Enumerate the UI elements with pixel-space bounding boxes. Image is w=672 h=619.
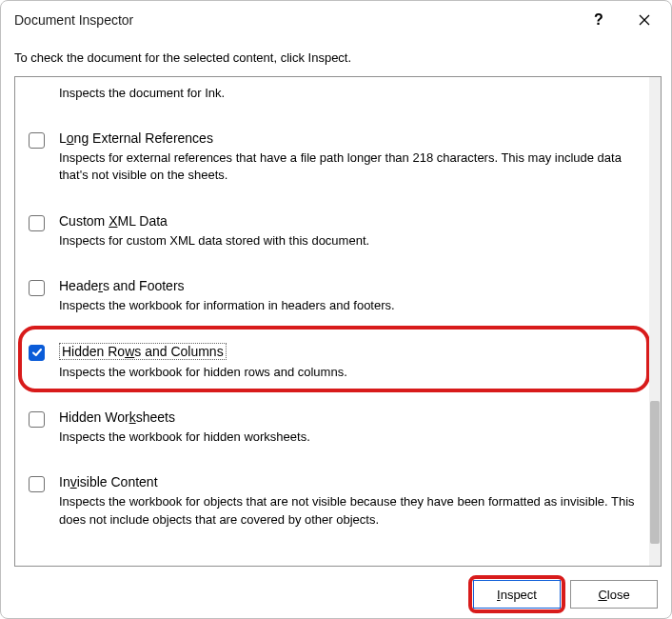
options-panel: Inspects the document for Ink. Long Exte…	[14, 76, 662, 567]
close-icon	[639, 14, 650, 26]
option-invisible-content-title: Invisible Content	[59, 474, 640, 489]
option-hidden-worksheets: Hidden Worksheets Inspects the workbook …	[15, 398, 649, 463]
document-inspector-dialog: Document Inspector ? To check the docume…	[0, 0, 672, 619]
options-list: Inspects the document for Ink. Long Exte…	[15, 77, 661, 566]
checkbox-invisible-content[interactable]	[29, 476, 45, 492]
close-window-button[interactable]	[629, 7, 660, 33]
scrollbar[interactable]	[649, 77, 661, 566]
inspect-button[interactable]: Inspect	[473, 580, 561, 609]
scrollbar-thumb[interactable]	[650, 401, 660, 544]
option-invisible-content-desc: Inspects the workbook for objects that a…	[59, 493, 640, 528]
option-invisible-content: Invisible Content Inspects the workbook …	[15, 463, 649, 545]
title-bar: Document Inspector ?	[1, 1, 671, 39]
checkmark-icon	[31, 347, 43, 358]
help-button[interactable]: ?	[583, 7, 614, 33]
option-hidden-worksheets-title: Hidden Worksheets	[59, 409, 640, 425]
dialog-content: To check the document for the selected c…	[1, 39, 671, 618]
option-custom-xml-data-title: Custom XML Data	[59, 213, 640, 229]
checkbox-hidden-rows-columns[interactable]	[29, 345, 45, 361]
option-ink: Inspects the document for Ink.	[15, 77, 649, 119]
option-hidden-rows-columns: Hidden Rows and Columns Inspects the wor…	[15, 331, 649, 398]
option-headers-footers-title: Headers and Footers	[59, 278, 640, 293]
dialog-title: Document Inspector	[14, 12, 583, 28]
option-headers-footers: Headers and Footers Inspects the workboo…	[15, 267, 649, 331]
option-hidden-worksheets-desc: Inspects the workbook for hidden workshe…	[59, 429, 640, 446]
option-long-external-references: Long External References Inspects for ex…	[15, 119, 649, 201]
close-button[interactable]: Close	[570, 580, 658, 609]
option-long-external-references-title: Long External References	[59, 130, 640, 146]
button-row: Inspect Close	[14, 567, 662, 612]
option-long-external-references-desc: Inspects for external references that ha…	[59, 150, 640, 184]
option-custom-xml-data-desc: Inspects for custom XML data stored with…	[59, 232, 640, 250]
checkbox-custom-xml-data[interactable]	[29, 215, 45, 231]
checkbox-headers-footers[interactable]	[29, 280, 45, 296]
option-ink-desc: Inspects the document for Ink.	[59, 85, 640, 102]
option-hidden-rows-columns-desc: Inspects the workbook for hidden rows an…	[59, 364, 640, 381]
option-hidden-rows-columns-title: Hidden Rows and Columns	[59, 343, 640, 360]
option-custom-xml-data: Custom XML Data Inspects for custom XML …	[15, 202, 649, 267]
instruction-text: To check the document for the selected c…	[14, 41, 662, 76]
option-headers-footers-desc: Inspects the workbook for information in…	[59, 297, 640, 314]
checkbox-hidden-worksheets[interactable]	[29, 411, 45, 428]
checkbox-long-external-references[interactable]	[29, 132, 45, 149]
